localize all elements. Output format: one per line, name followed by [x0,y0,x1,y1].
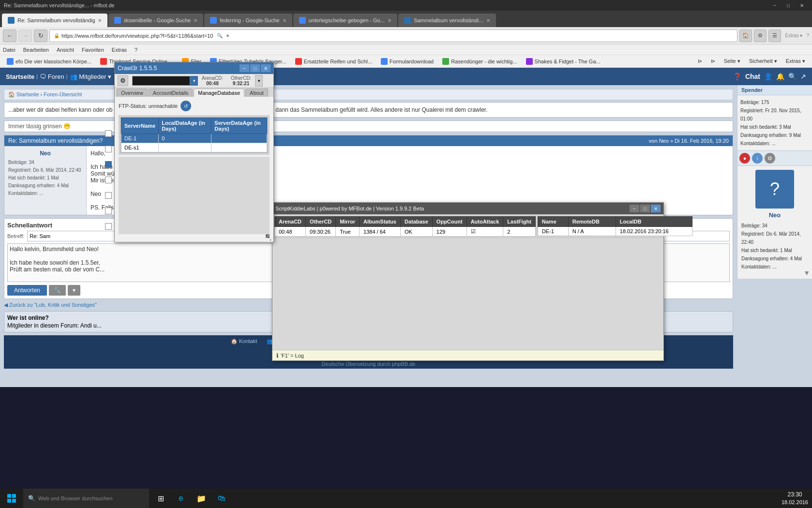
tab-sammelalbum2[interactable]: Sammelalbum vervollständi... ✕ [398,14,496,27]
user-icon[interactable]: 👤 [764,73,772,80]
menu-bearbeiten[interactable]: Bearbeiten [23,47,49,53]
tab-dosenlib[interactable]: dosenlibelle - Google-Suche ✕ [108,14,203,27]
favicon-mfbot2 [404,17,411,24]
crawl3r-tab-about[interactable]: About [245,89,268,97]
tab-close-unterleg[interactable]: ✕ [388,18,391,23]
bookmark-ersatzteile[interactable]: Ersatzteile Reifen und Schl... [291,57,376,66]
bookmark-shakes[interactable]: Shakes & Fidget - The Ga... [522,57,604,66]
table-row-de1[interactable]: DE-1 0 [121,134,267,143]
checkbox-7[interactable] [105,223,112,230]
tab-federring[interactable]: federring - Google-Suche ✕ [204,14,292,27]
taskbar-search[interactable]: 🔍 Web und Browser durchsuchen [23,489,149,508]
checkbox-1[interactable] [105,130,112,137]
crawl3r2-restore[interactable]: □ [640,205,650,212]
address-bar[interactable]: 🔒 https://www.mfbot.de/forum/viewtopic.p… [49,30,737,42]
extras-menu[interactable]: Extras ▾ [785,33,802,38]
spender-stats: Beiträge: 175 Registriert: Fr 20. Nov 20… [737,95,812,150]
menu-favoriten[interactable]: Favoriten [82,47,104,53]
tab-unterleg[interactable]: unterlegscheibe gebogen - Go... ✕ [293,14,397,27]
help-button[interactable]: ? [806,33,809,38]
notifications-icon[interactable]: 🔔 [776,73,784,80]
menu-extras[interactable]: Extras [112,47,127,53]
signout-icon[interactable]: ↗ [800,73,806,80]
antworten-button[interactable]: Antworten [7,285,47,296]
footer-kontakt[interactable]: 🏠 Kontakt [231,338,257,344]
crawl3r-minimize[interactable]: − [240,64,249,72]
tab-mfbot[interactable]: Re: Sammelalbum vervollständige... ✕ [2,14,107,27]
spender-bedankt: Hat sich bedankt: 3 Mal [740,123,809,131]
preview-button[interactable]: ▾ [68,285,80,296]
stat-bedankt: Hat sich bedankt: 1 Mal [8,174,82,182]
nav-foren[interactable]: 🗨 Foren [40,73,64,80]
ftp-status-icon[interactable]: ↺ [180,101,191,111]
crawl3r-window: Crawl3r 1.5.5.5 − □ ✕ ⚙ ▾ ArenaCD: 00:48… [114,62,274,242]
action-icon-gear[interactable]: ⚙ [765,153,775,164]
chat-label[interactable]: Chat [745,73,760,80]
refresh-button[interactable]: ↻ [34,30,47,42]
crawl3r2-minimize[interactable]: − [630,205,639,212]
tab-close-federring[interactable]: ✕ [283,18,286,23]
tab-close-dosenlib[interactable]: ✕ [194,18,197,23]
checkbox-3-checked[interactable] [105,161,112,168]
nav-mitglieder[interactable]: 👥 Mitglieder ▾ [70,73,112,80]
taskbar-task-view[interactable]: ⊞ [151,489,170,508]
bookmark-efo[interactable]: efo Die vier klassischen Körpe... [3,57,95,66]
taskbar-explorer[interactable]: 📁 [192,489,211,508]
checkbox-5[interactable] [105,192,112,199]
taskbar-store[interactable]: 🛍 [212,489,231,508]
bookmark-rss[interactable]: ⊳ [707,57,719,65]
crawl3r-gear-button[interactable]: ⚙ [118,75,128,86]
menu-help2[interactable]: ? [135,47,137,53]
tools-button[interactable]: 🔧 [49,285,66,296]
bookmark-rasen[interactable]: Rasendünger - die wichtig... [438,57,521,66]
crawl3r-scroll-btn[interactable]: ▾ [255,75,263,87]
crawl3r-tab-managedatabase[interactable]: ManageDatabase [194,89,244,97]
crawl3r-window2: ScriptKiddieLabs | p0wered by MFBot.de |… [272,202,664,361]
menu-ansicht[interactable]: Ansicht [57,47,74,53]
close-button[interactable]: ✕ [796,1,808,9]
taskbar-edge[interactable]: e [171,489,191,508]
extras-btn2[interactable]: Extras ▾ [782,57,809,65]
scroll-down-icon[interactable]: ▼ [803,269,810,277]
action-icon-stop[interactable]: ● [739,153,750,164]
menu-button[interactable]: ☰ [768,30,781,42]
settings-button[interactable]: ⚙ [754,30,767,42]
checkbox-2[interactable] [105,146,112,152]
bookmark-overflow[interactable]: ⊳ [694,57,706,65]
breadcrumb-home[interactable]: 🏠 Startseite [8,91,39,97]
security-btn[interactable]: Sicherheit ▾ [745,57,781,65]
resize-handle[interactable]: ⋱ [266,234,270,238]
search-icon-nav[interactable]: 🔍 [788,73,797,80]
table-row-des1[interactable]: DE-s1 [121,143,267,152]
start-button[interactable] [0,489,23,508]
forward-button[interactable]: → [18,30,32,42]
help-icon[interactable]: ❓ [733,73,741,80]
minimize-button[interactable]: − [768,1,781,9]
crawl3r-dropdown[interactable]: ▾ [190,76,198,86]
checkbox-4[interactable] [105,177,112,183]
crawl3r-maximize[interactable]: □ [250,64,260,72]
tab-close-mfbot[interactable]: ✕ [98,18,102,23]
bookmark-label-efo: efo Die vier klassischen Körpe... [15,59,91,64]
maximize-button[interactable]: □ [782,1,795,9]
ftp-status: FTP-Status: unreachable ↺ [119,101,270,111]
crawl3r2-statusbar: ℹ 'F1' = Log [272,350,663,360]
crawl3r-close[interactable]: ✕ [261,64,271,72]
home-button[interactable]: 🏠 [739,30,752,42]
back-button[interactable]: ← [3,30,16,42]
right-row-1[interactable]: DE-1 N / A 18.02.2016 23:20:16 [538,227,692,236]
page-btn[interactable]: Seite ▾ [720,57,744,65]
breadcrumb-foren[interactable]: Foren-Übersicht [44,91,82,97]
action-icon-info[interactable]: i [752,153,763,164]
checkbox-6[interactable] [105,208,112,214]
crawl3r-input[interactable] [132,76,190,86]
nav-startseite[interactable]: Startseite [6,73,34,80]
crawl3r2-close[interactable]: ✕ [651,205,661,212]
tab-close-sammelalbum2[interactable]: ✕ [486,18,490,23]
crawl3r-tab-overview[interactable]: Overview [117,89,148,97]
crawl3r-tab-accountdetails[interactable]: AccountDetails [149,89,193,97]
bookmark-formular[interactable]: Formulardownload [377,57,437,66]
crawl3r2-row-1[interactable]: 00:48 09:30:26 True 1384 / 64 OK 129 ☑ 2 [275,227,536,237]
menu-datei[interactable]: Datei [3,47,15,53]
favicon-google3 [299,17,306,24]
